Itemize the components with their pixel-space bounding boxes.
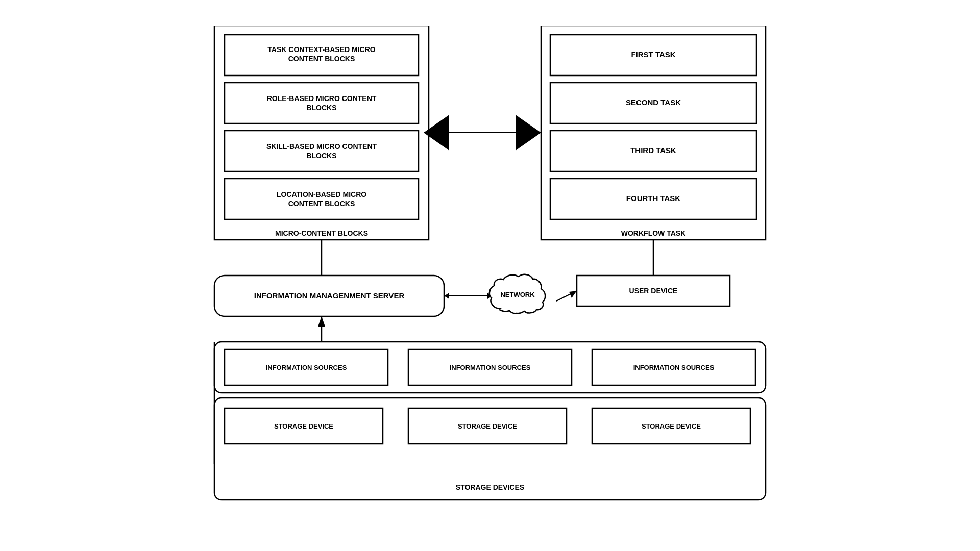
svg-rect-31 <box>592 408 750 444</box>
svg-rect-6 <box>550 35 756 76</box>
svg-text:CONTENT BLOCKS: CONTENT BLOCKS <box>288 55 355 63</box>
svg-marker-18 <box>444 293 449 299</box>
svg-text:LOCATION-BASED MICRO: LOCATION-BASED MICRO <box>277 190 366 198</box>
svg-marker-11 <box>516 115 541 151</box>
svg-text:BLOCKS: BLOCKS <box>306 104 336 112</box>
svg-marker-17 <box>487 293 493 299</box>
svg-rect-30 <box>408 408 567 444</box>
svg-rect-7 <box>550 83 756 123</box>
svg-text:INFORMATION SOURCES: INFORMATION SOURCES <box>450 364 531 371</box>
svg-rect-29 <box>225 408 383 444</box>
svg-text:SKILL-BASED MICRO CONTENT: SKILL-BASED MICRO CONTENT <box>266 142 377 151</box>
svg-text:FIRST TASK: FIRST TASK <box>631 50 675 59</box>
svg-text:INFORMATION SOURCES: INFORMATION SOURCES <box>633 364 715 371</box>
svg-marker-10 <box>424 115 449 151</box>
svg-text:STORAGE DEVICE: STORAGE DEVICE <box>642 422 701 430</box>
svg-rect-1 <box>225 35 419 76</box>
svg-text:STORAGE DEVICE: STORAGE DEVICE <box>274 422 333 430</box>
svg-text:INFORMATION SOURCES: INFORMATION SOURCES <box>266 364 347 371</box>
svg-text:BLOCKS: BLOCKS <box>306 152 336 160</box>
svg-text:THIRD TASK: THIRD TASK <box>630 146 676 155</box>
svg-rect-2 <box>225 83 419 123</box>
svg-text:USER DEVICE: USER DEVICE <box>629 287 678 295</box>
svg-text:FOURTH TASK: FOURTH TASK <box>626 194 681 203</box>
svg-rect-3 <box>225 131 419 171</box>
svg-rect-28 <box>214 398 766 500</box>
svg-rect-15 <box>577 276 730 306</box>
svg-text:CONTENT BLOCKS: CONTENT BLOCKS <box>288 199 355 208</box>
svg-rect-5 <box>541 26 766 240</box>
svg-rect-8 <box>550 131 756 171</box>
svg-rect-4 <box>225 179 419 219</box>
svg-rect-9 <box>550 179 756 219</box>
svg-marker-22 <box>318 316 325 327</box>
svg-line-19 <box>556 291 577 301</box>
svg-rect-23 <box>214 342 766 393</box>
svg-text:NETWORK: NETWORK <box>500 291 535 298</box>
svg-text:STORAGE DEVICE: STORAGE DEVICE <box>458 422 517 430</box>
diagram: TASK CONTEXT-BASED MICRO CONTENT BLOCKS … <box>209 26 771 525</box>
svg-rect-24 <box>225 349 388 385</box>
svg-rect-26 <box>592 349 755 385</box>
svg-text:STORAGE DEVICES: STORAGE DEVICES <box>456 483 524 491</box>
svg-text:SECOND TASK: SECOND TASK <box>626 98 681 107</box>
svg-rect-0 <box>214 26 429 240</box>
svg-text:INFORMATION MANAGENMENT SERVER: INFORMATION MANAGENMENT SERVER <box>254 291 405 300</box>
svg-rect-13 <box>214 276 444 316</box>
svg-rect-25 <box>408 349 572 385</box>
svg-text:WORKFLOW TASK: WORKFLOW TASK <box>621 229 686 237</box>
svg-text:TASK CONTEXT-BASED MICRO: TASK CONTEXT-BASED MICRO <box>267 45 375 54</box>
svg-text:ROLE-BASED MICRO CONTENT: ROLE-BASED MICRO CONTENT <box>267 94 377 103</box>
svg-text:MICRO-CONTENT BLOCKS: MICRO-CONTENT BLOCKS <box>275 229 368 237</box>
svg-marker-20 <box>569 291 577 298</box>
